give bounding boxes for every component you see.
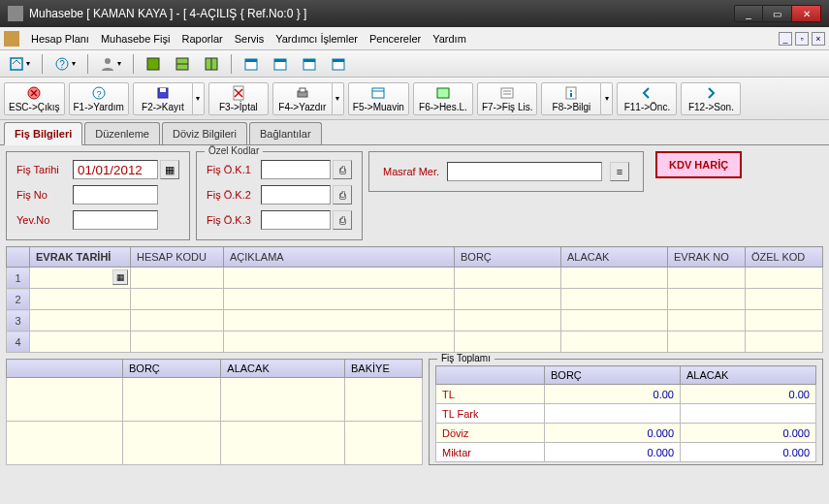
kdv-badge: KDV HARİÇ bbox=[655, 151, 742, 178]
fn-f3[interactable]: F3->İptal bbox=[208, 82, 269, 115]
menu-raporlar[interactable]: Raporlar bbox=[175, 30, 228, 47]
mdi-close[interactable]: × bbox=[812, 32, 825, 46]
menu-muhasebe-fisi[interactable]: Muhasebe Fişi bbox=[95, 30, 176, 47]
col-evrak-tarihi[interactable]: EVRAK TARİHİ bbox=[30, 247, 131, 268]
masraf-input[interactable] bbox=[447, 162, 602, 181]
fn-f7[interactable]: F7->Fiş Lis. bbox=[477, 82, 538, 115]
svg-rect-4 bbox=[147, 58, 159, 70]
row-1-alacak[interactable] bbox=[561, 268, 668, 289]
grid-row-2[interactable]: 2 bbox=[7, 289, 823, 310]
fn-f8-dropdown[interactable]: ▾ bbox=[601, 82, 613, 115]
fn-f8[interactable]: F8->Bilgi bbox=[541, 82, 601, 115]
mdi-minimize[interactable]: _ bbox=[779, 32, 792, 46]
fn-f2[interactable]: F2->Kayıt bbox=[133, 82, 193, 115]
fn-f4-dropdown[interactable]: ▾ bbox=[333, 82, 344, 115]
toolbar-btn-1[interactable]: ▾ bbox=[4, 53, 35, 75]
sumleft-borc-col: BORÇ bbox=[123, 360, 221, 378]
fn-f5-label: F5->Muavin bbox=[353, 102, 404, 112]
toolbar-btn-help[interactable]: ?▾ bbox=[49, 53, 80, 75]
grid-row-3[interactable]: 3 bbox=[7, 310, 823, 331]
fis-tarihi-picker[interactable]: ▦ bbox=[160, 160, 179, 179]
svg-rect-31 bbox=[437, 88, 449, 98]
toolbar-btn-cal3[interactable] bbox=[297, 53, 322, 75]
window-close[interactable]: ✕ bbox=[792, 5, 821, 22]
row-1-hesap-kodu[interactable] bbox=[131, 268, 224, 289]
tab-doviz[interactable]: Döviz Bilgileri bbox=[162, 122, 247, 144]
row-1-evrak-tarihi[interactable]: ▦ bbox=[30, 268, 131, 289]
function-bar: ESC->Çıkış ?F1->Yardım F2->Kayıt▾ F3->İp… bbox=[0, 78, 829, 120]
ok2-input[interactable] bbox=[261, 185, 331, 205]
col-rownum[interactable] bbox=[7, 247, 30, 268]
ok3-picker[interactable]: ⎙ bbox=[333, 210, 352, 230]
toolbar-btn-grid3[interactable] bbox=[199, 53, 224, 75]
fn-f1[interactable]: ?F1->Yardım bbox=[69, 82, 129, 115]
fis-toplami-grid: BORÇ ALACAK TL0.000.00 TL Fark Döviz0.00… bbox=[435, 365, 816, 462]
fistop-miktar-lbl: Miktar bbox=[436, 443, 545, 462]
row-1-aciklama[interactable] bbox=[224, 268, 455, 289]
svg-rect-12 bbox=[274, 59, 286, 62]
fn-f2-dropdown[interactable]: ▾ bbox=[193, 82, 205, 115]
fn-f6[interactable]: F6->Hes.L. bbox=[413, 82, 473, 115]
row-1-date-picker[interactable]: ▦ bbox=[112, 269, 128, 285]
menu-hesap-plani[interactable]: Hesap Planı bbox=[25, 30, 95, 47]
menu-yardimci[interactable]: Yardımcı İşlemler bbox=[270, 30, 364, 47]
ok2-picker[interactable]: ⎙ bbox=[333, 185, 352, 205]
fis-no-label: Fiş No bbox=[16, 189, 73, 201]
arrow-right-icon bbox=[703, 85, 718, 101]
row-1-ozel-kod[interactable] bbox=[746, 268, 823, 289]
fn-f8-label: F8->Bilgi bbox=[553, 102, 591, 112]
yev-no-input[interactable] bbox=[73, 210, 158, 230]
fn-esc-label: ESC->Çıkış bbox=[9, 102, 60, 112]
fis-group: Fiş Tarihi ▦ Fiş No Yev.No bbox=[6, 151, 190, 240]
col-alacak[interactable]: ALACAK bbox=[561, 247, 668, 268]
grid-row-1[interactable]: 1 ▦ bbox=[7, 268, 823, 289]
col-borc[interactable]: BORÇ bbox=[455, 247, 561, 268]
menu-servis[interactable]: Servis bbox=[229, 30, 271, 47]
fis-tarihi-input[interactable] bbox=[73, 160, 158, 179]
ok1-input[interactable] bbox=[261, 160, 331, 179]
tab-fis-bilgileri[interactable]: Fiş Bilgileri bbox=[4, 122, 82, 145]
toolbar-btn-grid2[interactable] bbox=[170, 53, 195, 75]
row-1-borc[interactable] bbox=[455, 268, 561, 289]
col-aciklama[interactable]: AÇIKLAMA bbox=[224, 247, 455, 268]
fistop-miktar-alacak: 0.000 bbox=[681, 443, 816, 462]
fis-no-input[interactable] bbox=[73, 185, 158, 205]
ok1-label: Fiş Ö.K.1 bbox=[207, 164, 261, 175]
masraf-picker[interactable]: ≡ bbox=[610, 162, 629, 181]
window-maximize[interactable]: ▭ bbox=[763, 5, 792, 22]
mdi-restore[interactable]: ▫ bbox=[795, 32, 809, 46]
fn-esc[interactable]: ESC->Çıkış bbox=[4, 82, 65, 115]
fn-f12-label: F12->Son. bbox=[688, 102, 734, 112]
tab-baglantilar[interactable]: Bağlantılar bbox=[249, 122, 322, 144]
fn-f12[interactable]: F12->Son. bbox=[681, 82, 741, 115]
toolbar-btn-user[interactable]: ▾ bbox=[95, 53, 126, 75]
masraf-group: Masraf Mer. ≡ bbox=[368, 151, 644, 192]
yev-no-label: Yev.No bbox=[16, 214, 73, 226]
fistop-label-col bbox=[436, 366, 545, 385]
svg-point-36 bbox=[570, 90, 572, 92]
menu-yardim[interactable]: Yardım bbox=[427, 30, 472, 47]
window-minimize[interactable]: _ bbox=[734, 5, 763, 22]
ok3-input[interactable] bbox=[261, 210, 331, 230]
ok1-picker[interactable]: ⎙ bbox=[333, 160, 352, 179]
toolbar-btn-cal4[interactable] bbox=[326, 53, 351, 75]
fistop-alacak-col: ALACAK bbox=[681, 366, 816, 385]
fn-f4[interactable]: F4->Yazdır bbox=[272, 82, 333, 115]
toolbar-btn-cal2[interactable] bbox=[268, 53, 293, 75]
fn-f7-label: F7->Fiş Lis. bbox=[482, 102, 533, 112]
grid-row-4[interactable]: 4 bbox=[7, 331, 823, 353]
main-grid[interactable]: EVRAK TARİHİ HESAP KODU AÇIKLAMA BORÇ AL… bbox=[6, 246, 823, 353]
fistop-tl-lbl: TL bbox=[436, 385, 545, 404]
menu-pencereler[interactable]: Pencereler bbox=[364, 30, 427, 47]
fn-f5[interactable]: F5->Muavin bbox=[348, 82, 409, 115]
col-ozel-kod[interactable]: ÖZEL KOD bbox=[746, 247, 823, 268]
toolbar-btn-cal1[interactable] bbox=[239, 53, 264, 75]
toolbar-btn-grid1[interactable] bbox=[141, 53, 166, 75]
col-hesap-kodu[interactable]: HESAP KODU bbox=[131, 247, 224, 268]
title-bar: Muhasebe [ KAMAN KAYA ] - [ 4-AÇILIŞ { R… bbox=[0, 0, 829, 27]
tab-duzenleme[interactable]: Düzenleme bbox=[84, 122, 160, 144]
row-1-evrak-no[interactable] bbox=[668, 268, 746, 289]
svg-rect-23 bbox=[160, 88, 166, 92]
fn-f11[interactable]: F11->Önc. bbox=[617, 82, 677, 115]
col-evrak-no[interactable]: EVRAK NO bbox=[668, 247, 746, 268]
